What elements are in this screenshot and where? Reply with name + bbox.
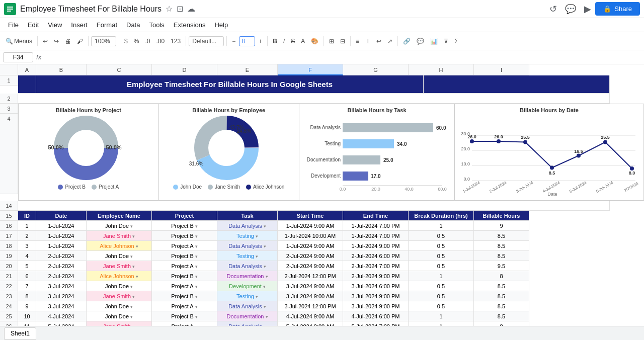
col-header-g[interactable]: G [343,64,409,75]
cell-id-4[interactable]: 4 [18,251,36,261]
col-header-d[interactable]: D [152,64,217,75]
cell-hours-7[interactable]: 8.5 [474,281,529,291]
decrease-decimal-button[interactable]: .0 [142,36,152,46]
cell-date-5[interactable]: 2-Jul-2024 [36,261,87,271]
cell-id-7[interactable]: 7 [18,281,36,291]
cell-title[interactable]: Employee Timesheet For Billable Hours In… [36,75,424,94]
rotation-button[interactable]: ↗ [385,36,395,46]
col-header-b[interactable]: B [36,64,87,75]
cell-id-1[interactable]: 1 [18,221,36,231]
cell-id-2[interactable]: 2 [18,231,36,241]
menu-file[interactable]: File [4,20,23,30]
cell-start-5[interactable]: 2-Jul-2024 9:00 AM [278,261,343,271]
cell-task-4[interactable]: Testing▾ [217,251,278,261]
cell-break-6[interactable]: 1 [409,271,474,281]
cell-end-4[interactable]: 2-Jul-2024 6:00 PM [343,251,409,261]
cell-id-3[interactable]: 3 [18,241,36,251]
cell-task-11[interactable]: Data Analysis▾ [217,321,278,326]
cell-reference[interactable]: F34 [3,52,33,62]
cell-project-1[interactable]: Project B▾ [152,221,217,231]
currency-button[interactable]: $ [122,36,130,46]
cell-date-8[interactable]: 3-Jul-2024 [36,291,87,301]
col-header-h[interactable]: H [409,64,474,75]
cell-end-5[interactable]: 2-Jul-2024 7:00 PM [343,261,409,271]
increase-decimal-button[interactable]: .00 [153,36,167,46]
cell-date-11[interactable]: 5-Jul-2024 [36,321,87,326]
cell-employee-9[interactable]: John Doe▾ [87,301,152,311]
cell-end-3[interactable]: 1-Jul-2024 9:00 PM [343,241,409,251]
cell-start-11[interactable]: 5-Jul-2024 9:00 AM [278,321,343,326]
font-size-decrease[interactable]: − [229,36,238,46]
cell-task-8[interactable]: Testing▾ [217,291,278,301]
cell-break-7[interactable]: 0.5 [409,281,474,291]
cell-hours-6[interactable]: 8 [474,271,529,281]
cell-project-7[interactable]: Project A▾ [152,281,217,291]
comment-tb-button[interactable]: 💬 [414,36,427,46]
cell-end-2[interactable]: 1-Jul-2024 7:00 PM [343,231,409,241]
cell-hours-10[interactable]: 8.5 [474,311,529,321]
cell-start-8[interactable]: 3-Jul-2024 9:00 AM [278,291,343,301]
cell-date-1[interactable]: 1-Jul-2024 [36,221,87,231]
cell-start-7[interactable]: 3-Jul-2024 9:00 AM [278,281,343,291]
cell-break-1[interactable]: 1 [409,221,474,231]
cell-date-6[interactable]: 2-Jul-2024 [36,271,87,281]
cell-break-9[interactable]: 0.5 [409,301,474,311]
wrap-button[interactable]: ↩ [374,36,384,46]
chart-button[interactable]: 📊 [428,36,440,46]
cell-project-3[interactable]: Project A▾ [152,241,217,251]
cell-employee-11[interactable]: Jane Smith▾ [87,321,152,326]
cell-project-11[interactable]: Project A▾ [152,321,217,326]
folder-icon[interactable]: ⊡ [177,4,183,14]
v-align-button[interactable]: ⊥ [363,36,373,46]
italic-button[interactable]: I [281,36,287,46]
menu-view[interactable]: View [44,20,66,30]
cell-employee-8[interactable]: Jane Smith▾ [87,291,152,301]
font-format-selector[interactable]: Default... [189,36,224,46]
cell-task-3[interactable]: Data Analysis▾ [217,241,278,251]
text-color-button[interactable]: A [298,36,307,46]
cell-id-8[interactable]: 8 [18,291,36,301]
cell-start-3[interactable]: 1-Jul-2024 9:00 AM [278,241,343,251]
cloud-icon[interactable]: ☁ [187,4,195,14]
cell-employee-2[interactable]: Jane Smith▾ [87,231,152,241]
cell-end-8[interactable]: 3-Jul-2024 9:00 PM [343,291,409,301]
cell-task-1[interactable]: Data Analysis▾ [217,221,278,231]
cell-break-5[interactable]: 0.5 [409,261,474,271]
font-size-input[interactable]: 8 [239,36,255,46]
col-header-e[interactable]: E [217,64,278,75]
sheet-tab-1[interactable]: Sheet1 [4,327,36,339]
number-format-button[interactable]: 123 [168,36,183,46]
share-button[interactable]: 🔒 Share [595,2,640,16]
cell-project-4[interactable]: Project B▾ [152,251,217,261]
col-header-c[interactable]: C [87,64,152,75]
cell-project-8[interactable]: Project B▾ [152,291,217,301]
cell-task-10[interactable]: Documentation▾ [217,311,278,321]
cell-task-9[interactable]: Data Analysis▾ [217,301,278,311]
formula-input[interactable] [44,53,641,62]
cell-task-7[interactable]: Development▾ [217,281,278,291]
cell-a1[interactable] [18,75,36,94]
cell-hours-11[interactable]: 8 [474,321,529,326]
cell-start-4[interactable]: 2-Jul-2024 9:00 AM [278,251,343,261]
cell-task-2[interactable]: Testing▾ [217,231,278,241]
cell-start-9[interactable]: 3-Jul-2024 12:00 PM [278,301,343,311]
star-icon[interactable]: ☆ [166,4,173,14]
cell-hours-2[interactable]: 8.5 [474,231,529,241]
menu-edit[interactable]: Edit [24,20,43,30]
cell-break-11[interactable]: 1 [409,321,474,326]
cell-project-2[interactable]: Project B▾ [152,231,217,241]
cell-hours-5[interactable]: 9.5 [474,261,529,271]
cell-end-9[interactable]: 3-Jul-2024 9:00 PM [343,301,409,311]
cell-date-2[interactable]: 1-Jul-2024 [36,231,87,241]
bold-button[interactable]: B [270,36,280,46]
cell-end-10[interactable]: 4-Jul-2024 6:00 PM [343,311,409,321]
cell-end-1[interactable]: 1-Jul-2024 7:00 PM [343,221,409,231]
cell-date-10[interactable]: 4-Jul-2024 [36,311,87,321]
paint-format-button[interactable]: 🖌 [74,36,86,46]
present-icon[interactable]: ▶ [584,4,591,15]
cell-date-9[interactable]: 3-Jul-2024 [36,301,87,311]
formula-button[interactable]: Σ [452,36,460,46]
menu-tools[interactable]: Tools [145,20,168,30]
h-align-button[interactable]: ≡ [353,36,362,46]
cell-project-9[interactable]: Project A▾ [152,301,217,311]
